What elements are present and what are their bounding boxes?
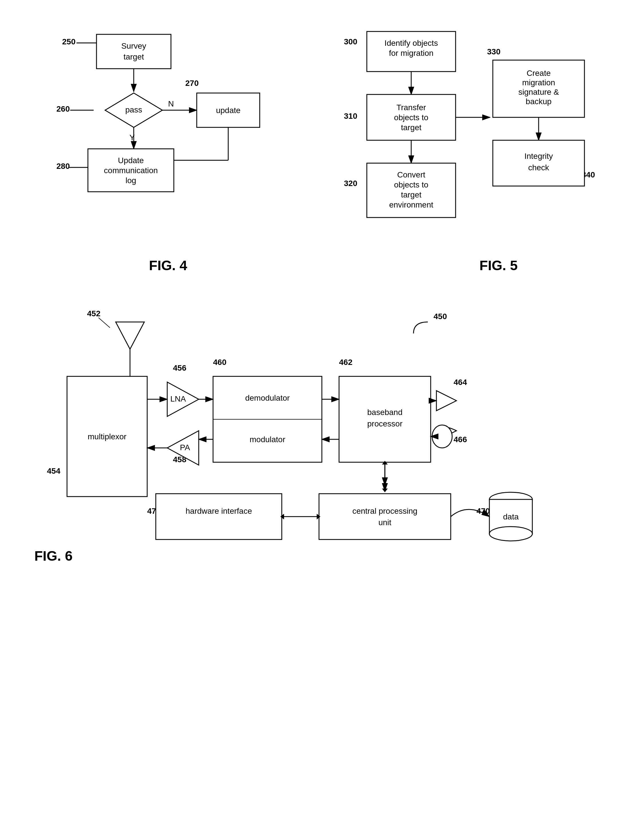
svg-line-18: [98, 318, 110, 328]
label-454: 454: [47, 466, 60, 475]
identify-text1: Identify objects: [385, 39, 438, 47]
svg-marker-33: [382, 489, 388, 492]
convert-text3: target: [401, 190, 421, 199]
label-260: 260: [56, 104, 70, 113]
data-text: data: [503, 512, 519, 521]
label-300: 300: [344, 37, 357, 46]
transfer-text3: target: [401, 123, 421, 132]
antenna-triangle: [116, 322, 144, 349]
survey-target-text: Survey: [121, 41, 146, 51]
label-280: 280: [56, 162, 70, 171]
fig4-svg-container: 250 Survey target 260 pass: [17, 17, 319, 252]
integrity-text2: check: [528, 163, 549, 172]
baseband-text2: processor: [367, 419, 403, 428]
top-row: 250 Survey target 260 pass: [17, 17, 621, 273]
no-label: N: [168, 99, 174, 108]
update-comm-text1: Update: [118, 156, 144, 165]
create-sig-text1: Create: [527, 69, 551, 77]
label-462: 462: [339, 358, 353, 366]
transfer-text2: objects to: [394, 113, 428, 122]
fig4-diagram: 250 Survey target 260 pass: [39, 17, 297, 252]
cpu-text1: central processing: [352, 507, 417, 515]
lna-text: LNA: [170, 395, 186, 403]
fig5-svg-container: 300 Identify objects for migration 310 T…: [319, 17, 621, 252]
fig6-diagram: 450 452 454 multiplexor 456: [18, 296, 620, 554]
fig5-label: FIG. 5: [376, 257, 621, 273]
hardware-interface-box: [156, 494, 282, 540]
page: 250 Survey target 260 pass: [0, 0, 638, 840]
multiplexor-text: multiplexor: [88, 432, 126, 441]
fig6-label: FIG. 6: [34, 548, 73, 564]
label-464: 464: [454, 378, 467, 387]
convert-text2: objects to: [394, 180, 428, 189]
label-452: 452: [87, 309, 101, 318]
fig6-area: 450 452 454 multiplexor 456: [17, 296, 621, 564]
cpu-box: [319, 494, 451, 540]
integrity-text1: Integrity: [524, 152, 553, 161]
demodulator-text: demodulator: [245, 393, 290, 403]
update-comm-text2: communication: [104, 166, 158, 175]
convert-text1: Convert: [397, 170, 425, 179]
create-sig-text2: migration: [522, 78, 555, 87]
label-270: 270: [185, 79, 199, 88]
update-text: update: [216, 106, 241, 115]
label-450: 450: [434, 312, 447, 321]
hardware-text1: hardware interface: [185, 507, 252, 515]
survey-target-box: [97, 34, 171, 69]
output-triangle-top: [436, 391, 456, 411]
identify-text2: for migration: [389, 49, 434, 57]
label-250: 250: [62, 37, 76, 46]
fig5-area: 300 Identify objects for migration 310 T…: [319, 17, 621, 273]
yes-label: Y: [130, 133, 135, 142]
cpu-text2: unit: [378, 518, 391, 527]
modulator-text: modulator: [250, 435, 285, 444]
label-460: 460: [213, 358, 226, 366]
convert-text4: environment: [389, 201, 433, 209]
data-cylinder-bottom: [489, 527, 532, 541]
survey-target-text2: target: [123, 52, 144, 61]
transfer-text1: Transfer: [396, 103, 426, 112]
update-comm-text3: log: [125, 176, 136, 185]
pa-text: PA: [180, 443, 190, 452]
fig4-area: 250 Survey target 260 pass: [17, 17, 319, 273]
fig4-label: FIG. 4: [17, 257, 319, 273]
fig5-diagram: 300 Identify objects for migration 310 T…: [332, 17, 607, 252]
fig6-svg-container: 450 452 454 multiplexor 456: [17, 296, 621, 554]
label-466: 466: [454, 435, 467, 444]
label-456: 456: [173, 363, 187, 373]
label-320: 320: [344, 179, 357, 188]
create-sig-text3: signature &: [518, 88, 559, 96]
pass-text: pass: [125, 105, 142, 114]
baseband-text1: baseband: [367, 408, 402, 417]
label-310: 310: [344, 112, 357, 120]
create-sig-text4: backup: [526, 97, 551, 106]
label-330: 330: [487, 47, 500, 56]
